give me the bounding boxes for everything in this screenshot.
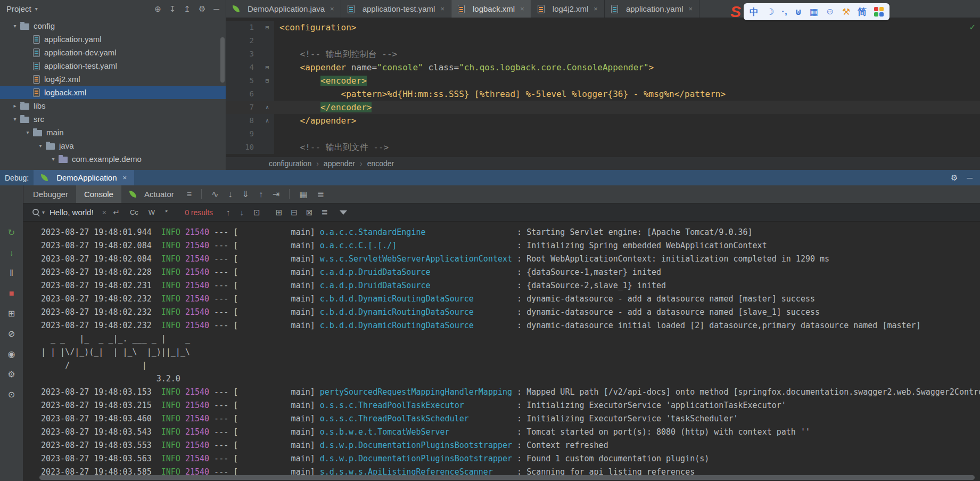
close-icon[interactable]: × [520, 5, 524, 13]
chevron-down-icon[interactable]: ▾ [35, 6, 38, 12]
editor-tab[interactable]: application.yaml× [605, 0, 699, 18]
close-icon[interactable]: × [688, 5, 693, 13]
add-filter-icon[interactable]: ⊞ [271, 208, 287, 217]
line-number[interactable]: 8 [226, 114, 260, 127]
soft-wrap-icon[interactable]: ↵ [113, 208, 120, 217]
close-icon[interactable]: × [594, 5, 598, 13]
toolbox-icon[interactable]: ⚒ [842, 6, 850, 18]
next-match-button[interactable]: ↓ [235, 208, 249, 217]
match-case-toggle[interactable]: Cc [126, 208, 142, 217]
stop-button[interactable]: ■ [5, 287, 18, 300]
line-number[interactable]: 5 [226, 74, 260, 87]
pin-button[interactable]: ⊙ [5, 388, 18, 401]
line-number[interactable]: 9 [226, 127, 260, 141]
expand-all-button[interactable]: ↧ [169, 4, 176, 14]
editor-tab[interactable]: DemoApplication.java× [226, 0, 341, 18]
step-out-button[interactable]: ↑ [254, 190, 268, 199]
clear-search-icon[interactable]: × [102, 208, 107, 217]
view-as-table-button[interactable]: ▦ [294, 189, 312, 199]
tab-console[interactable]: Console [76, 185, 121, 203]
fullwidth-icon[interactable]: ☽ [766, 6, 774, 18]
collapse-all-button[interactable]: ↥ [184, 4, 191, 14]
close-icon[interactable]: × [330, 5, 334, 13]
debug-session-tab[interactable]: DemoApplication × [34, 170, 134, 185]
filter-funnel-icon[interactable] [340, 210, 347, 215]
breadcrumb-item[interactable]: appender [324, 159, 355, 168]
tree-item[interactable]: ▾src [0, 112, 226, 126]
soft-keyboard-icon[interactable]: ▦ [809, 6, 818, 18]
project-title[interactable]: Project [6, 4, 31, 13]
words-toggle[interactable]: W [145, 208, 159, 217]
close-icon[interactable]: × [440, 5, 444, 13]
fold-marker-icon[interactable]: ∧ [260, 101, 274, 114]
step-over-button[interactable]: ∿ [207, 189, 223, 199]
tree-item[interactable]: log4j2.xml [0, 72, 226, 86]
horizontal-scrollbar[interactable] [39, 475, 975, 480]
pause-output-button[interactable]: ‖ [5, 266, 18, 280]
sort-icon[interactable]: ≣ [317, 208, 332, 217]
tree-item[interactable]: application.yaml [0, 32, 226, 46]
breadcrumb-item[interactable]: encoder [367, 159, 394, 168]
tree-item[interactable]: ▸libs [0, 99, 226, 112]
line-number[interactable]: 1 [226, 21, 260, 34]
simplified-chinese-icon[interactable]: 简 [858, 6, 867, 18]
print-button[interactable]: ⊞ [5, 307, 18, 320]
hide-panel-button[interactable]: ─ [967, 173, 973, 183]
locate-file-button[interactable]: ⊕ [154, 4, 161, 14]
line-number[interactable]: 7 [226, 101, 260, 114]
step-into-button[interactable]: ↓ [224, 190, 237, 199]
exclude-filter-icon[interactable]: ⊟ [286, 208, 302, 217]
hide-panel-button[interactable]: ─ [213, 4, 219, 14]
tree-item[interactable]: ▾main [0, 126, 226, 139]
search-history-chevron-icon[interactable]: ▾ [42, 209, 45, 215]
evaluate-expression-button[interactable]: ≣ [312, 189, 329, 199]
punctuation-icon[interactable]: ·, [781, 6, 787, 17]
fold-marker-icon[interactable]: ∧ [260, 114, 274, 127]
line-number[interactable]: 4 [226, 61, 260, 74]
line-number[interactable]: 6 [226, 87, 260, 101]
remove-filter-icon[interactable]: ⊠ [302, 208, 317, 217]
layout-menu-button[interactable]: ≡ [182, 190, 196, 199]
settings-button[interactable]: ⚙ [951, 173, 958, 183]
tab-debugger[interactable]: Debugger [25, 185, 76, 203]
tree-chevron-icon[interactable]: ▾ [22, 129, 33, 135]
tree-item[interactable]: logback.xml [0, 86, 226, 99]
force-step-into-button[interactable]: ⇓ [237, 189, 254, 199]
tree-chevron-icon[interactable]: ▾ [35, 143, 46, 149]
editor-tab[interactable]: logback.xml× [451, 0, 531, 18]
fold-marker-icon[interactable]: ⊟ [260, 61, 274, 74]
rerun-button[interactable]: ↻ [5, 226, 18, 239]
code-editor[interactable]: 1⊟<configuration>23 <!-- 输出到控制台 -->4⊟ <a… [226, 18, 980, 157]
tree-item[interactable]: ▾com.example.demo [0, 152, 226, 166]
tree-item[interactable]: ▾java [0, 139, 226, 152]
chinese-mode-icon[interactable]: 中 [750, 6, 759, 18]
search-input[interactable]: Hello, world! [50, 208, 94, 217]
skin-grid-icon[interactable] [874, 7, 884, 17]
run-to-cursor-button[interactable]: ⇥ [268, 189, 284, 199]
tree-chevron-icon[interactable]: ▾ [10, 23, 20, 29]
fold-marker-icon[interactable]: ⊟ [260, 21, 274, 34]
fold-marker-icon[interactable]: ⊟ [260, 74, 274, 87]
tree-item[interactable]: application-dev.yaml [0, 46, 226, 59]
inspections-ok-icon[interactable]: ✓ [969, 22, 976, 32]
tree-item[interactable]: application-test.yaml [0, 59, 226, 72]
regex-toggle[interactable]: * [161, 208, 171, 217]
editor-tab[interactable]: log4j2.xml× [531, 0, 605, 18]
line-number[interactable]: 2 [226, 34, 260, 47]
close-icon[interactable]: × [123, 174, 127, 182]
voice-input-icon[interactable]: ⊎ [795, 6, 802, 18]
account-icon[interactable]: ☺ [826, 6, 835, 17]
tab-actuator[interactable]: Actuator [121, 185, 182, 203]
line-number[interactable]: 3 [226, 47, 260, 61]
settings-button[interactable]: ⚙ [199, 4, 205, 14]
line-number[interactable]: 10 [226, 141, 260, 154]
settings-button[interactable]: ⚙ [5, 368, 18, 381]
breadcrumb-item[interactable]: configuration [269, 159, 311, 168]
clear-all-button[interactable]: ⊘ [5, 327, 18, 340]
select-all-matches-button[interactable]: ⊡ [249, 208, 265, 217]
editor-tab[interactable]: application-test.yaml× [341, 0, 451, 18]
tree-chevron-icon[interactable]: ▾ [48, 156, 59, 162]
project-scrollbar[interactable] [220, 37, 225, 83]
tree-chevron-icon[interactable]: ▾ [10, 116, 20, 122]
tree-chevron-icon[interactable]: ▸ [10, 103, 20, 109]
